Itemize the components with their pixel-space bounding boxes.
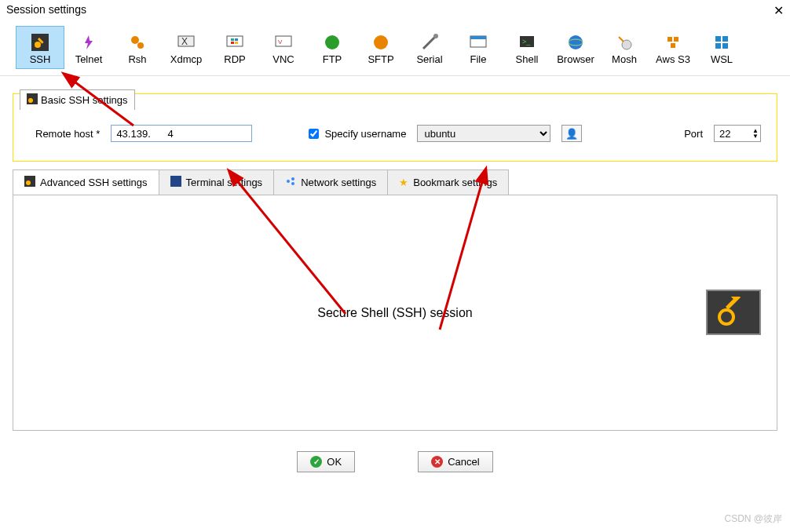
svg-point-37 (26, 180, 31, 185)
ok-button[interactable]: ✓ OK (297, 451, 355, 472)
svg-point-39 (287, 180, 290, 183)
close-button[interactable]: ✕ (774, 3, 784, 18)
session-sftp[interactable]: SFTP (357, 26, 405, 69)
content-title: Secure Shell (SSH) session (317, 306, 472, 320)
session-file[interactable]: File (454, 26, 503, 69)
monitor-win-icon (211, 31, 258, 53)
svg-point-15 (325, 35, 339, 49)
tab-bookmark[interactable]: ★ Bookmark settings (387, 169, 509, 195)
svg-point-42 (719, 310, 733, 324)
content-panel: Secure Shell (SSH) session (13, 195, 777, 431)
session-serial[interactable]: Serial (405, 26, 454, 69)
session-label: FTP (309, 53, 356, 65)
session-mosh[interactable]: Mosh (600, 26, 649, 69)
session-wsl[interactable]: WSL (697, 26, 746, 69)
svg-point-5 (137, 42, 144, 49)
svg-text:>_: >_ (522, 38, 531, 46)
session-browser[interactable]: Browser (551, 26, 600, 69)
divider (0, 75, 790, 76)
tab-terminal[interactable]: Terminal settings (159, 169, 275, 195)
key-icon (16, 31, 64, 53)
tab-label: Network settings (301, 177, 376, 188)
svg-point-18 (433, 34, 438, 38)
svg-rect-9 (231, 38, 234, 41)
cancel-button[interactable]: ✕ Cancel (418, 451, 492, 472)
basic-ssh-panel: Basic SSH settings Remote host * Specify… (13, 93, 777, 162)
large-key-icon (715, 297, 752, 328)
tab-network[interactable]: Network settings (273, 169, 388, 195)
port-spinner[interactable]: ▲▼ (752, 128, 759, 139)
globe-orange-icon (357, 31, 404, 53)
svg-point-35 (28, 98, 33, 103)
session-label: Telnet (65, 53, 112, 65)
tab-label: Bookmark settings (413, 177, 497, 188)
session-telnet[interactable]: Telnet (64, 26, 113, 69)
session-xdmcp[interactable]: X Xdmcp (162, 26, 210, 69)
session-label: VNC (260, 53, 307, 65)
terminal-small-icon (170, 176, 181, 189)
session-label: Serial (406, 53, 453, 65)
file-browser-icon (455, 31, 502, 53)
monitor-x-icon: X (163, 31, 210, 53)
remote-host-input[interactable] (111, 125, 252, 142)
svg-point-16 (374, 35, 388, 49)
session-label: Xdmcp (163, 53, 210, 65)
terminal-icon: >_ (503, 31, 550, 53)
svg-point-23 (569, 35, 583, 49)
port-label: Port (684, 128, 703, 140)
specify-username-check[interactable] (309, 129, 319, 139)
svg-text:X: X (181, 36, 188, 47)
session-ftp[interactable]: FTP (308, 26, 357, 69)
cubes-icon (649, 31, 697, 53)
svg-point-1 (35, 42, 41, 48)
svg-point-41 (291, 182, 294, 185)
svg-marker-3 (85, 35, 93, 49)
session-label: WSL (698, 53, 745, 65)
tab-label: Advanced SSH settings (40, 177, 148, 188)
svg-rect-38 (170, 176, 181, 187)
specify-username-label: Specify username (324, 128, 406, 140)
specify-username-checkbox[interactable]: Specify username (305, 126, 406, 141)
session-rsh[interactable]: Rsh (113, 26, 162, 69)
port-input[interactable]: 22 ▲▼ (714, 125, 761, 142)
svg-rect-11 (231, 42, 234, 44)
username-select[interactable]: ubuntu (417, 125, 550, 142)
key-small-icon (24, 176, 35, 189)
svg-line-26 (619, 37, 624, 42)
svg-rect-33 (722, 43, 728, 49)
svg-point-40 (291, 177, 294, 180)
svg-rect-10 (235, 38, 238, 41)
svg-rect-27 (667, 37, 672, 42)
svg-point-4 (131, 36, 139, 44)
svg-rect-12 (235, 42, 238, 44)
svg-line-17 (423, 36, 436, 49)
session-label: Aws S3 (649, 53, 697, 65)
session-awss3[interactable]: Aws S3 (649, 26, 697, 69)
network-icon (285, 176, 296, 189)
satellite-icon (601, 31, 648, 53)
globe-blue-icon (552, 31, 599, 53)
session-shell[interactable]: >_ Shell (503, 26, 551, 69)
monitor-vnc-icon: V (260, 31, 307, 53)
session-ssh[interactable]: SSH (16, 26, 64, 69)
tab-advanced-ssh[interactable]: Advanced SSH settings (13, 169, 159, 195)
check-icon: ✓ (310, 456, 322, 468)
key-small-icon (27, 93, 38, 107)
session-vnc[interactable]: V VNC (259, 26, 308, 69)
cable-icon (406, 31, 453, 53)
session-label: Rsh (114, 53, 161, 65)
user-picker-button[interactable]: 👤 (561, 125, 582, 142)
tab-label: Terminal settings (186, 177, 263, 188)
gears-icon (114, 31, 161, 53)
window-title: Session settings (6, 3, 86, 18)
remote-host-label: Remote host * (35, 128, 100, 140)
basic-ssh-tab[interactable]: Basic SSH settings (20, 89, 135, 110)
ssh-key-graphic (706, 290, 761, 335)
session-label: File (455, 53, 502, 65)
session-rdp[interactable]: RDP (210, 26, 259, 69)
svg-rect-28 (674, 37, 678, 42)
svg-rect-31 (722, 36, 728, 42)
session-label: Mosh (601, 53, 648, 65)
settings-tabs: Advanced SSH settings Terminal settings … (13, 169, 777, 195)
session-type-row: SSH Telnet Rsh X Xdmcp RDP V VNC FTP SFT… (0, 18, 790, 75)
